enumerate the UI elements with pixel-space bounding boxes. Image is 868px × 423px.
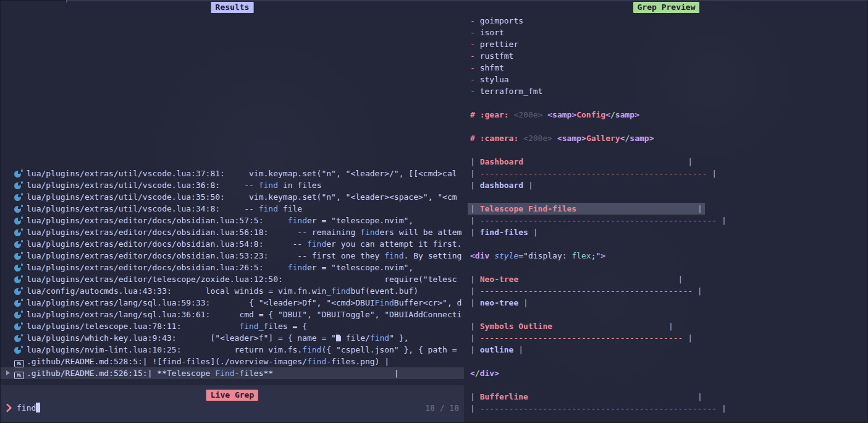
preview-line: | --------------------------------------…: [464, 285, 868, 297]
results-list: lua/plugins/extras/util/vscode.lua:37:81…: [1, 168, 464, 379]
preview-line-highlighted: | Telescope Find-files |: [464, 203, 868, 215]
preview-panel: Grep Preview - goimports- isort- prettie…: [464, 0, 868, 423]
result-row[interactable]: lua/plugins/extras/util/vscode.lua:36:8:…: [1, 179, 464, 191]
result-row[interactable]: lua/plugins/extras/editor/docs/obsidian.…: [1, 238, 464, 250]
result-text: lua/plugins/extras/editor/docs/obsidian.…: [27, 216, 413, 225]
result-text: lua/plugins/extras/editor/docs/obsidian.…: [27, 228, 461, 237]
result-text: lua/plugins/extras/util/vscode.lua:36:8:…: [27, 181, 321, 190]
preview-line: [464, 262, 868, 273]
preview-line: # :gear: <200e> <samp>Config</samp>: [464, 109, 868, 121]
selection-caret-icon: [6, 370, 10, 375]
telescope-live-grep-ui: Results lua/plugins/extras/util/vscode.l…: [0, 0, 868, 423]
result-row[interactable]: lua/plugins/extras/editor/docs/obsidian.…: [1, 215, 464, 226]
preview-line: - prettier: [464, 38, 868, 50]
result-text: lua/plugins/extras/editor/docs/obsidian.…: [27, 263, 413, 272]
lua-icon: [14, 240, 23, 248]
result-row[interactable]: lua/plugins/extras/util/vscode.lua:37:81…: [1, 168, 464, 179]
preview-line: | neo-tree |: [464, 297, 868, 309]
preview-line: - rustfmt: [464, 50, 868, 62]
lua-icon: [14, 299, 23, 307]
result-text: lua/plugins/extras/lang/sql.lua:36:61: c…: [27, 310, 461, 319]
lua-icon: [14, 193, 23, 201]
result-text: lua/plugins/extras/editor/docs/obsidian.…: [27, 251, 461, 260]
preview-line: - terraform_fmt: [464, 85, 868, 97]
preview-line: <div style="display: flex;">: [464, 250, 868, 262]
result-row[interactable]: lua/plugins/extras/util/vscode.lua:34:8:…: [1, 203, 464, 215]
result-text: lua/plugins/extras/util/vscode.lua:37:81…: [27, 169, 457, 178]
preview-line: [464, 238, 868, 250]
result-text: lua/plugins/which-key.lua:9:43: ["<leade…: [27, 333, 409, 343]
preview-line: | --------------------------------------…: [464, 168, 868, 179]
preview-line: [464, 309, 868, 320]
preview-line: | Symbols Outline |: [464, 320, 868, 332]
lua-icon: [14, 169, 23, 177]
file-icon: [336, 335, 341, 341]
result-row[interactable]: M↓.github/README.md:528:5:| ![find-files…: [1, 356, 464, 367]
lua-icon: [14, 205, 23, 213]
result-row-selected[interactable]: M↓.github/README.md:526:15:| **Telescope…: [1, 367, 464, 379]
result-count: 18 / 18: [425, 402, 459, 414]
lua-icon: [14, 322, 23, 330]
preview-line: | Neo-tree |: [464, 273, 868, 285]
preview-line: [464, 121, 868, 132]
search-input[interactable]: find 18 / 18: [1, 402, 464, 414]
result-row[interactable]: lua/plugins/which-key.lua:9:43: ["<leade…: [1, 332, 464, 344]
lua-icon: [14, 263, 23, 271]
preview-content: - goimports- isort- prettier- rustfmt- s…: [464, 15, 868, 414]
grep-preview-title: Grep Preview: [633, 2, 700, 13]
prompt-chevron-icon: [6, 403, 12, 416]
live-grep-title: Live Grep: [206, 390, 258, 401]
preview-line: </div>: [464, 367, 868, 379]
preview-line: - stylua: [464, 74, 868, 85]
markdown-icon: M↓: [14, 372, 24, 379]
result-row[interactable]: lua/plugins/extras/editor/docs/obsidian.…: [1, 250, 464, 262]
result-text: lua/plugins/telescope.lua:78:11: find_fi…: [27, 322, 307, 331]
preview-line: | outline |: [464, 344, 868, 356]
preview-line: [464, 191, 868, 203]
lua-icon: [14, 334, 23, 342]
lua-icon: [14, 287, 23, 295]
preview-line: | Dashboard |: [464, 156, 868, 168]
result-text: lua/plugins/extras/editor/telescope/zoxi…: [27, 275, 457, 284]
preview-line: [464, 356, 868, 367]
result-row[interactable]: lua/config/autocmds.lua:43:33: local win…: [1, 285, 464, 297]
preview-line: [464, 379, 868, 391]
preview-line: [464, 144, 868, 156]
result-row[interactable]: lua/plugins/extras/util/vscode.lua:35:50…: [1, 191, 464, 203]
markdown-icon: M↓: [14, 360, 24, 367]
result-text: lua/plugins/extras/util/vscode.lua:35:50…: [27, 192, 457, 202]
preview-line: | dashboard |: [464, 179, 868, 191]
results-title: Results: [211, 2, 254, 13]
preview-line: | --------------------------------------…: [464, 215, 868, 226]
result-row[interactable]: lua/plugins/extras/editor/telescope/zoxi…: [1, 273, 464, 285]
result-row[interactable]: lua/plugins/extras/editor/docs/obsidian.…: [1, 226, 464, 238]
preview-line: - shfmt: [464, 62, 868, 74]
lua-icon: [14, 310, 23, 318]
result-text: lua/plugins/extras/lang/sql.lua:59:33: {…: [27, 298, 461, 307]
preview-line: | --------------------------------------…: [464, 403, 868, 414]
result-row[interactable]: lua/plugins/extras/editor/docs/obsidian.…: [1, 262, 464, 273]
result-row[interactable]: lua/plugins/nvim-lint.lua:10:25: return …: [1, 344, 464, 356]
search-query[interactable]: find: [17, 402, 36, 414]
result-text: .github/README.md:528:5:| ![find-files](…: [27, 357, 389, 366]
result-text: lua/plugins/extras/util/vscode.lua:34:8:…: [27, 204, 302, 213]
result-text: .github/README.md:526:15:| **Telescope F…: [27, 369, 399, 378]
lua-icon: [14, 252, 23, 260]
prompt-panel: Live Grep find 18 / 18: [1, 385, 464, 423]
result-text: lua/config/autocmds.lua:43:33: local win…: [27, 286, 418, 296]
lua-icon: [14, 228, 23, 236]
result-text: lua/plugins/extras/editor/docs/obsidian.…: [27, 239, 461, 249]
preview-line: [464, 97, 868, 109]
preview-line: | --------------------------------------…: [464, 332, 868, 344]
preview-line: | find-files |: [464, 226, 868, 238]
result-row[interactable]: lua/plugins/extras/lang/sql.lua:36:61: c…: [1, 309, 464, 320]
result-row[interactable]: lua/plugins/extras/lang/sql.lua:59:33: {…: [1, 297, 464, 309]
preview-line: # :camera: <200e> <samp>Gallery</samp>: [464, 132, 868, 144]
result-text: lua/plugins/nvim-lint.lua:10:25: return …: [27, 345, 457, 354]
lua-icon: [14, 275, 23, 283]
preview-line: - isort: [464, 27, 868, 38]
lua-icon: [14, 216, 23, 224]
results-panel: Results lua/plugins/extras/util/vscode.l…: [1, 0, 464, 385]
lua-icon: [14, 181, 23, 189]
result-row[interactable]: lua/plugins/telescope.lua:78:11: find_fi…: [1, 320, 464, 332]
